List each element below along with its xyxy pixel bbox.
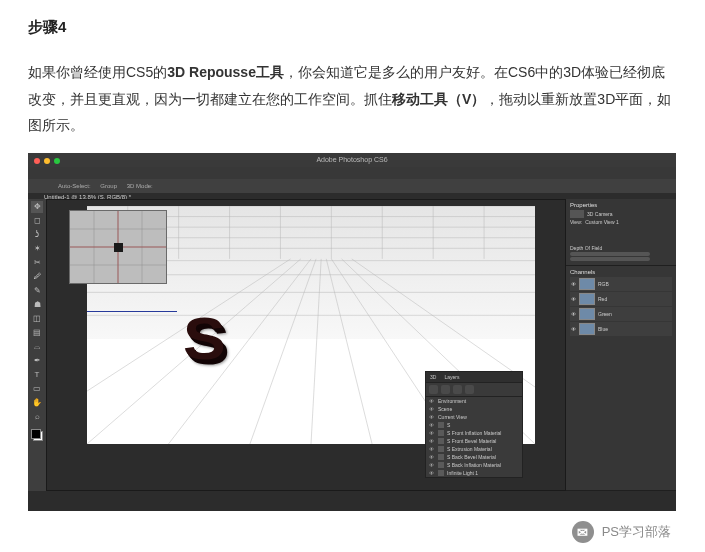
light-item[interactable]: Infinite Light 1 [447,470,478,476]
wand-tool-icon[interactable]: ✶ [31,243,43,255]
left-toolbox: ✥ ◻ ʖ ✶ ✂ 🖉 ✎ ☗ ◫ ▤ ⌓ ✒ T ▭ ✋ ⌕ [28,199,46,491]
eye-icon[interactable]: 👁 [571,281,576,287]
blur-tool-icon[interactable]: ⌓ [31,341,43,353]
material-item[interactable]: S Back Bevel Material [447,454,496,460]
slider-dof[interactable] [570,252,650,256]
traffic-lights [34,158,60,164]
channel-thumb [579,278,595,290]
mesh-icon [438,422,444,428]
body-bold-1: 3D Repousse工具 [167,64,284,80]
close-dot-icon[interactable] [34,158,40,164]
channel-name[interactable]: Blue [598,326,608,332]
hand-tool-icon[interactable]: ✋ [31,397,43,409]
material-icon [438,454,444,460]
eye-icon[interactable]: 👁 [429,430,435,436]
brush-tool-icon[interactable]: ✎ [31,285,43,297]
eye-icon[interactable]: 👁 [429,406,435,412]
window-title: Adobe Photoshop CS6 [316,156,387,163]
eye-icon[interactable]: 👁 [571,311,576,317]
step-heading: 步骤4 [28,18,677,37]
minimap-object [114,243,123,252]
zoom-tool-icon[interactable]: ⌕ [31,411,43,423]
move-tool-icon[interactable]: ✥ [31,201,43,213]
svg-line-12 [250,259,316,444]
opt-3dmode-label: 3D Mode: [127,183,153,189]
filter-light-icon[interactable] [465,385,474,394]
channel-name[interactable]: RGB [598,281,609,287]
material-item[interactable]: S Back Inflation Material [447,462,501,468]
svg-line-14 [326,259,372,444]
panel-title: Properties [570,202,672,208]
panel-title: Channels [570,269,672,275]
watermark-bar: ✉ PS学习部落 [0,512,705,552]
scene-item[interactable]: Current View [438,414,467,420]
light-icon [438,470,444,476]
eye-icon[interactable]: 👁 [429,414,435,420]
svg-line-13 [311,259,321,444]
material-icon [438,438,444,444]
stamp-tool-icon[interactable]: ☗ [31,299,43,311]
eye-icon[interactable]: 👁 [429,422,435,428]
scene-item[interactable]: Scene [438,406,452,412]
marquee-tool-icon[interactable]: ◻ [31,215,43,227]
eye-icon[interactable]: 👁 [429,446,435,452]
options-bar[interactable]: Auto-Select: Group 3D Mode: [28,179,676,193]
panel-tab-layers[interactable]: Layers [440,372,463,382]
material-icon [438,446,444,452]
scene-item[interactable]: Environment [438,398,466,404]
eye-icon[interactable]: 👁 [429,438,435,444]
window-titlebar: Adobe Photoshop CS6 [28,153,676,167]
dof-label: Depth Of Field [570,245,602,251]
mesh-item[interactable]: S [447,422,450,428]
type-tool-icon[interactable]: T [31,369,43,381]
panel-tab-3d[interactable]: 3D [426,372,440,382]
channel-thumb [579,308,595,320]
3d-axis-line [87,311,177,312]
extruded-letter[interactable]: S [183,305,226,373]
zoom-dot-icon[interactable] [54,158,60,164]
opt-auto-select[interactable]: Auto-Select: [58,183,91,189]
floating-3d-panel[interactable]: 3D Layers 👁Environment 👁Scene 👁Current V… [425,371,523,478]
filter-material-icon[interactable] [453,385,462,394]
eye-icon[interactable]: 👁 [571,296,576,302]
minimize-dot-icon[interactable] [44,158,50,164]
view-label: View: [570,219,582,225]
channel-name[interactable]: Red [598,296,607,302]
opt-group[interactable]: Group [100,183,117,189]
color-swatch[interactable] [31,429,43,441]
eye-icon[interactable]: 👁 [429,398,435,404]
eraser-tool-icon[interactable]: ◫ [31,313,43,325]
channel-thumb [579,293,595,305]
slider-dof2[interactable] [570,257,650,261]
filter-mesh-icon[interactable] [441,385,450,394]
properties-panel[interactable]: Properties 3D Camera View:Custom View 1 … [566,199,676,266]
path-tool-icon[interactable]: ▭ [31,383,43,395]
material-item[interactable]: S Extrusion Material [447,446,492,452]
channel-name[interactable]: Green [598,311,612,317]
eye-icon[interactable]: 👁 [429,462,435,468]
eye-icon[interactable]: 👁 [571,326,576,332]
lasso-tool-icon[interactable]: ʖ [31,229,43,241]
filter-scene-icon[interactable] [429,385,438,394]
material-item[interactable]: S Front Bevel Material [447,438,496,444]
eye-icon[interactable]: 👁 [429,454,435,460]
secondary-view[interactable] [69,210,167,284]
view-value[interactable]: Custom View 1 [585,219,619,225]
canvas-area[interactable]: S [46,199,566,491]
fg-color-icon[interactable] [31,429,41,439]
material-item[interactable]: S Front Inflation Material [447,430,501,436]
eyedropper-tool-icon[interactable]: 🖉 [31,271,43,283]
panel-filter-icons[interactable] [426,383,522,397]
camera-icon [570,210,584,218]
step-body: 如果你曾经使用CS5的3D Repousse工具，你会知道它是多么的用户友好。在… [28,59,677,139]
wechat-icon: ✉ [572,521,594,543]
material-icon [438,462,444,468]
crop-tool-icon[interactable]: ✂ [31,257,43,269]
channels-panel[interactable]: Channels 👁RGB 👁Red 👁Green 👁Blue [566,266,676,491]
eye-icon[interactable]: 👁 [429,470,435,476]
right-panels: Properties 3D Camera View:Custom View 1 … [566,199,676,491]
body-bold-2: 移动工具（V） [392,91,485,107]
pen-tool-icon[interactable]: ✒ [31,355,43,367]
gradient-tool-icon[interactable]: ▤ [31,327,43,339]
body-seg-1: 如果你曾经使用CS5的 [28,64,167,80]
